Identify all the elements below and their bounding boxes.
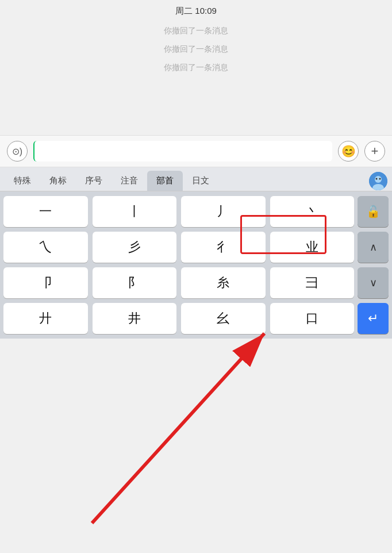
emoji-button[interactable]: 😊 bbox=[338, 141, 359, 162]
avatar bbox=[369, 172, 387, 190]
svg-point-4 bbox=[379, 178, 381, 179]
tab-superscript[interactable]: 角标 bbox=[40, 171, 76, 191]
key-r32[interactable]: 阝 bbox=[93, 267, 177, 298]
voice-button[interactable]: ⊙) bbox=[7, 141, 28, 162]
main-keys: 一 丨 丿 丶 乀 彡 彳 业 卩 阝 糸 彐 廾 井 bbox=[3, 196, 354, 334]
key-r21[interactable]: 乀 bbox=[3, 232, 88, 263]
system-message-1: 你撤回了一条消息 bbox=[164, 26, 228, 36]
key-r23[interactable]: 彳 bbox=[181, 232, 266, 263]
key-r31[interactable]: 卩 bbox=[3, 267, 88, 298]
key-r43[interactable]: 幺 bbox=[181, 303, 266, 334]
message-input[interactable] bbox=[33, 141, 332, 162]
key-r34[interactable]: 彐 bbox=[270, 267, 355, 298]
keys-section: 一 丨 丿 丶 乀 彡 彳 业 卩 阝 糸 彐 廾 井 bbox=[0, 191, 392, 339]
input-bar: ⊙) 😊 + bbox=[0, 135, 392, 167]
voice-icon: ⊙) bbox=[12, 146, 22, 157]
enter-key[interactable]: ↵ bbox=[358, 303, 389, 334]
svg-point-3 bbox=[376, 178, 378, 179]
emoji-icon: 😊 bbox=[341, 144, 356, 158]
keyboard-area: 特殊 角标 序号 注音 部首 日文 一 丨 丿 丶 bbox=[0, 167, 392, 339]
add-icon: + bbox=[371, 144, 379, 159]
key-horizontal[interactable]: 一 bbox=[3, 196, 88, 227]
down-key[interactable]: ∨ bbox=[358, 267, 389, 298]
key-r41[interactable]: 廾 bbox=[3, 303, 88, 334]
tab-sequence[interactable]: 序号 bbox=[76, 171, 112, 191]
side-keys: 🔓 ∧ ∨ ↵ bbox=[358, 196, 389, 334]
key-r42[interactable]: 井 bbox=[93, 303, 177, 334]
key-row-2: 乀 彡 彳 业 bbox=[3, 232, 354, 263]
lock-icon: 🔓 bbox=[366, 205, 381, 218]
key-dot[interactable]: 丶 bbox=[270, 196, 355, 227]
tab-phonetic[interactable]: 注音 bbox=[112, 171, 147, 191]
key-r33[interactable]: 糸 bbox=[181, 267, 266, 298]
svg-line-6 bbox=[92, 333, 264, 523]
key-vertical[interactable]: 丨 bbox=[93, 196, 177, 227]
status-bar: 周二 10:09 bbox=[0, 0, 392, 20]
up-icon: ∧ bbox=[370, 241, 377, 254]
key-r44[interactable]: 口 bbox=[270, 303, 355, 334]
enter-icon: ↵ bbox=[368, 311, 378, 326]
svg-point-1 bbox=[375, 176, 382, 183]
input-tabs-row: 特殊 角标 序号 注音 部首 日文 bbox=[0, 167, 392, 191]
system-message-3: 你撤回了一条消息 bbox=[164, 63, 228, 73]
tab-radical[interactable]: 部首 bbox=[147, 171, 183, 191]
key-r24[interactable]: 业 bbox=[270, 232, 355, 263]
tab-special[interactable]: 特殊 bbox=[5, 171, 40, 191]
key-row-3: 卩 阝 糸 彐 bbox=[3, 267, 354, 298]
key-row-1: 一 丨 丿 丶 bbox=[3, 196, 354, 227]
add-button[interactable]: + bbox=[364, 141, 385, 162]
lock-key[interactable]: 🔓 bbox=[358, 196, 389, 227]
status-time: 周二 10:09 bbox=[175, 6, 217, 16]
key-r22[interactable]: 彡 bbox=[93, 232, 177, 263]
key-row-4: 廾 井 幺 口 bbox=[3, 303, 354, 334]
chat-area: 你撤回了一条消息 你撤回了一条消息 你撤回了一条消息 bbox=[0, 20, 392, 135]
tab-japanese[interactable]: 日文 bbox=[183, 171, 218, 191]
down-icon: ∨ bbox=[370, 276, 377, 289]
up-key[interactable]: ∧ bbox=[358, 232, 389, 263]
system-message-2: 你撤回了一条消息 bbox=[164, 44, 228, 55]
key-slash[interactable]: 丿 bbox=[181, 196, 266, 227]
